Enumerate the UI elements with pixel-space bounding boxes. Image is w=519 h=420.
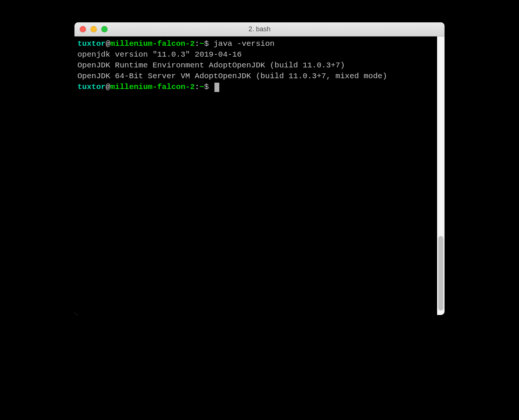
command-text: java -version [214, 39, 275, 48]
terminal-window: 2. bash tuxtor@millenium-falcon-2:~$ jav… [74, 22, 445, 315]
prompt-line-2: tuxtor@millenium-falcon-2:~$ [77, 82, 442, 93]
cursor-icon [214, 83, 219, 92]
prompt-user: tuxtor [77, 39, 106, 48]
output-line-3: OpenJDK 64-Bit Server VM AdoptOpenJDK (b… [77, 71, 442, 82]
prompt-colon: : [195, 39, 200, 48]
prompt-user: tuxtor [77, 83, 106, 91]
prompt-at: @ [106, 39, 111, 48]
minimize-button[interactable] [90, 26, 97, 32]
prompt-dollar: $ [204, 83, 213, 91]
prompt-host: millenium-falcon-2 [110, 83, 195, 91]
output-line-2: OpenJDK Runtime Environment AdoptOpenJDK… [77, 60, 442, 71]
prompt-colon: : [195, 83, 200, 91]
prompt-line-1: tuxtor@millenium-falcon-2:~$ java -versi… [77, 39, 442, 50]
terminal-body[interactable]: tuxtor@millenium-falcon-2:~$ java -versi… [74, 36, 445, 315]
maximize-button[interactable] [101, 26, 108, 32]
prompt-dollar: $ [204, 39, 213, 48]
traffic-lights [80, 26, 108, 32]
window-title: 2. bash [74, 25, 445, 33]
prompt-path: ~ [200, 83, 204, 91]
close-button[interactable] [80, 26, 86, 32]
prompt-at: @ [106, 83, 111, 91]
scrollbar-track[interactable] [437, 36, 445, 315]
output-line-1: openjdk version "11.0.3" 2019-04-16 [77, 50, 442, 60]
prompt-host: millenium-falcon-2 [110, 39, 195, 48]
titlebar[interactable]: 2. bash [74, 22, 445, 36]
scrollbar-thumb[interactable] [438, 236, 443, 311]
prompt-path: ~ [200, 39, 204, 48]
